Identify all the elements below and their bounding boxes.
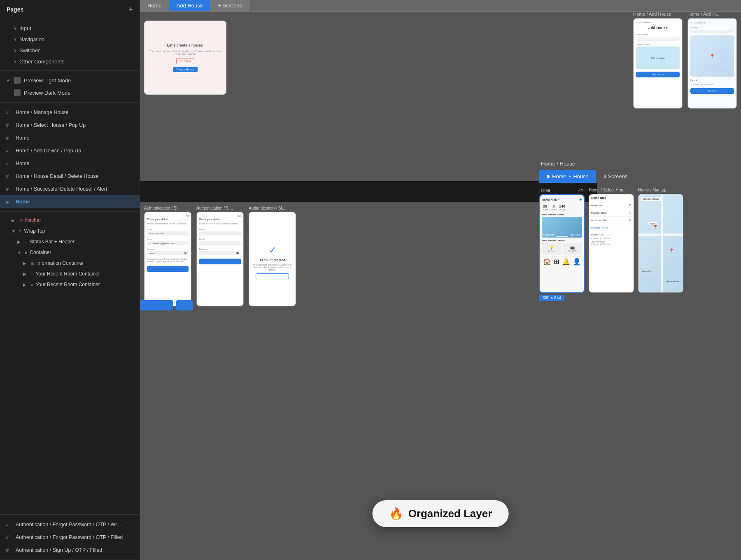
cctv-icon: 📷	[570, 245, 575, 250]
house-tab-screens[interactable]: 4 Screens	[596, 170, 635, 183]
page-item-navigation[interactable]: ↳ Navigation	[0, 34, 140, 45]
nav-page-auth-signup-otp[interactable]: # Authentication / Sign Up / OTP / Fille…	[0, 544, 140, 556]
arrow-icon: ↳	[13, 48, 17, 53]
sidebar: Pages + ↳ Input ↳ Navigation ↳ Switcher …	[0, 0, 140, 560]
room-section-title: Your Recent Room	[542, 213, 582, 216]
add-icon[interactable]: +	[579, 197, 582, 203]
screen-nav: ← Location	[690, 21, 734, 24]
nav-page-manage-house[interactable]: # Home / Manage House	[0, 106, 140, 119]
continue-button[interactable]	[256, 273, 289, 279]
nav-page-auth-otp-filled[interactable]: # Authentication / Forgot Password / OTP…	[0, 531, 140, 544]
manage-house-link[interactable]: Manage House	[591, 226, 631, 229]
nav-page-add-device[interactable]: # Home / Add Device / Pop Up	[0, 144, 140, 157]
nav-page-label: Home / House Detail / Delete House	[16, 173, 98, 179]
layer-info-container[interactable]: ▶ ⊞ Information Container	[0, 258, 140, 268]
nav-home[interactable]: 🏠	[543, 258, 551, 266]
add-house-submit-button[interactable]: Add House	[636, 72, 680, 77]
field-label: Name	[199, 228, 241, 231]
top-tabs: Home Add House + Screens	[140, 0, 741, 12]
nav-user[interactable]: 👤	[573, 258, 581, 266]
nav-page-label: Authentication / Forgot Password / OTP /…	[16, 534, 123, 540]
screen-thumbnails: Home </> Home Nico ▾ + 26Rooms	[539, 188, 741, 301]
field-label: House Name	[636, 33, 680, 36]
map-screen: Manage House 📍 Depok 📍 Home Nico Apartme…	[638, 194, 683, 293]
pages-list: ↳ Input ↳ Navigation ↳ Switcher ↳ Other …	[0, 19, 140, 71]
house-tab-home[interactable]: Home • House	[539, 170, 596, 183]
nav-page-auth-otp-wr[interactable]: # Authentication / Forgot Password / OTP…	[0, 518, 140, 531]
page-item-other-components[interactable]: ↳ Other Components	[0, 56, 140, 67]
preview-light-mode-item[interactable]: ✓ Preview Light Mode	[0, 74, 140, 86]
expand-arrow: ▶	[17, 240, 22, 244]
nav-page-home-1[interactable]: # Home	[0, 131, 140, 144]
frame-label: Home / Add H...	[687, 12, 737, 16]
next-button[interactable]	[199, 259, 241, 264]
bottom-nav: 🏠 ⊞ 🔔 👤	[542, 256, 582, 266]
preview-light-icon	[14, 77, 21, 84]
nav-page-delete-alert[interactable]: # Home / Successful Delete House! / Aler…	[0, 182, 140, 195]
nav-page-home-2[interactable]: # Home	[0, 157, 140, 170]
manage-title: Home Nico	[591, 196, 631, 199]
house-row-3[interactable]: Apartment Nico ⚙	[591, 217, 631, 224]
register-button[interactable]	[147, 266, 189, 272]
layer-navbar[interactable]: ▶ ◇ Navbar	[0, 215, 140, 226]
gear-icon: ⚙	[629, 203, 631, 207]
house-row-2[interactable]: Mansion Nico ⚙	[591, 209, 631, 217]
confirm-location-button[interactable]: Confirm	[690, 88, 734, 94]
preview-dark-mode-item[interactable]: ✓ Preview Dark Mode	[0, 86, 140, 99]
manage-screen-title: Manage House	[641, 197, 661, 201]
cctv-name: New CCTV	[568, 250, 576, 252]
field-label: House Location	[636, 43, 680, 46]
edit-app-button[interactable]: Edit App	[176, 58, 194, 64]
device-row: 💡 Air Lamp 📷 New CCTV	[542, 243, 582, 254]
nav-bell[interactable]: 🔔	[562, 258, 570, 266]
layer-label: Status Bar + Header	[30, 239, 75, 245]
list-icon: ≡	[30, 282, 33, 287]
active-dot	[547, 175, 550, 178]
layer-wrap-top[interactable]: ▼ ≡ Wrap Top	[0, 226, 140, 236]
create-house-button[interactable]: Create House	[173, 67, 197, 72]
home-add-frame-1: Home / Add House ← Add House Add House H…	[633, 12, 683, 109]
name-field: Nova Samuet	[147, 231, 189, 236]
thumb-home: Home </> Home Nico ▾ + 26Rooms	[539, 188, 585, 301]
tab-add-house[interactable]: Add House	[169, 0, 210, 11]
auth-mobile-screen-3: ✓ Account created Your account has been …	[249, 212, 296, 306]
house-row-1[interactable]: Home Nico ⚙	[591, 202, 631, 209]
nav-page-delete-house[interactable]: # Home / House Detail / Delete House	[0, 170, 140, 182]
nav-grid[interactable]: ⊞	[554, 258, 559, 266]
house-name: Mansion Nico	[591, 212, 606, 214]
section-label: Martin Nico	[591, 233, 631, 236]
house-name: Home Nico	[591, 204, 604, 207]
layer-room-container-1[interactable]: ▶ ≡ Your Recent Room Container	[0, 268, 140, 279]
house-name-field	[636, 37, 680, 41]
location-name-2: Apartment Nico	[666, 280, 680, 282]
arrow-icon: ↳	[13, 37, 17, 42]
fraction-badge: 1/3	[238, 214, 242, 218]
thumb-select-house: Home / Select Hou... Home Nico Home Nico…	[589, 188, 634, 301]
add-house-frames: Home / Add House ← Add House Add House H…	[633, 12, 737, 109]
action-button-2[interactable]	[176, 300, 193, 310]
organized-layer-toast: 🔥 Organized Layer	[373, 500, 509, 527]
page-item-input[interactable]: ↳ Input	[0, 23, 140, 34]
action-button[interactable]	[140, 300, 173, 310]
tab-screens[interactable]: + Screens	[210, 0, 249, 11]
layer-room-container-2[interactable]: ▶ ≡ Your Recent Room Container	[0, 279, 140, 290]
road-v	[661, 194, 663, 292]
list-icon: ≡	[30, 271, 33, 276]
arrow-icon: ↳	[13, 26, 17, 31]
auth-label: Authentication / Si...	[144, 206, 191, 210]
add-page-button[interactable]: +	[128, 6, 133, 13]
password-hint: Password at least 8 characters and inclu…	[147, 258, 189, 263]
hash-icon: #	[6, 160, 12, 166]
auth-mobile-screen-2: 1/3 Enter your detail Make sure the data…	[196, 212, 244, 306]
page-item-switcher[interactable]: ↳ Switcher	[0, 45, 140, 56]
nav-page-home-active[interactable]: # Home	[0, 195, 140, 208]
map-pin: 📍	[710, 54, 715, 58]
nav-page-select-house[interactable]: # Home / Select House / Pop Up	[0, 119, 140, 131]
stat-energy: 140Energy	[559, 204, 566, 211]
layer-container[interactable]: ▼ ≡ Container	[0, 247, 140, 258]
tab-home[interactable]: Home	[140, 0, 169, 11]
list-icon: ≡	[25, 239, 27, 244]
hash-icon: #	[6, 173, 12, 179]
layer-statusbar[interactable]: ▶ ≡ Status Bar + Header	[0, 236, 140, 247]
preview-dark-icon	[14, 89, 21, 96]
